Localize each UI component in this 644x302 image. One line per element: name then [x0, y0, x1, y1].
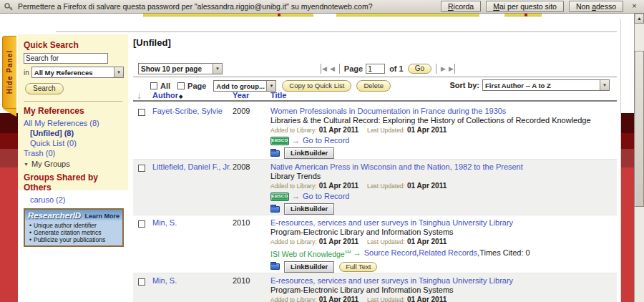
key-icon — [4, 2, 14, 11]
sidebar-item-caruso[interactable]: caruso (2) — [30, 195, 124, 204]
folder-icon[interactable] — [270, 263, 280, 270]
learn-more-link[interactable]: Learn More — [84, 213, 119, 220]
search-scope-select[interactable]: All My References ▼ — [31, 67, 124, 78]
related-records-link[interactable]: Related Records — [419, 248, 477, 258]
nav-tab-marker — [278, 14, 280, 16]
title-link[interactable]: Women Professionals in Documentation in … — [270, 107, 613, 115]
go-to-record-link[interactable]: Go to Record — [303, 136, 349, 145]
page-title: [Unfiled] — [133, 37, 171, 48]
go-to-record-link[interactable]: Go to Record — [303, 192, 349, 201]
sort-by-select[interactable]: First Author -- A to Z ▼ — [482, 79, 610, 91]
page-of-label: of 1 — [389, 64, 404, 73]
author-link[interactable]: Littlefield, Daniel F., Jr. — [152, 162, 233, 215]
last-page-icon[interactable]: ▶ — [449, 64, 455, 74]
reference-row: Min, S. 2010 E-resources, services and u… — [133, 273, 617, 302]
vertical-scrollbar[interactable]: ▲ — [634, 14, 644, 302]
folder-icon[interactable] — [270, 206, 280, 213]
column-header-title[interactable]: Title — [270, 91, 617, 99]
search-input[interactable] — [24, 53, 108, 64]
triangle-down-icon: ▼ — [24, 162, 29, 167]
times-cited-value: Times Cited: 0 — [479, 248, 530, 258]
researcherid-bullet: •Generate citation metrics — [29, 229, 120, 236]
sidebar-item-my-groups[interactable]: ▼ My Groups — [24, 160, 124, 168]
title-link[interactable]: Native American Press in Wisconsin and t… — [270, 162, 613, 171]
select-all-checkbox[interactable] — [150, 82, 157, 89]
page-label: Page — [344, 64, 363, 73]
close-icon[interactable]: × — [629, 1, 640, 12]
record-dates: Added to Library: 01 Apr 2011Last Update… — [270, 296, 613, 302]
never-for-site-button[interactable]: Mai per questo sito — [486, 1, 564, 12]
column-header-author[interactable]: Author◆ — [152, 91, 233, 99]
source-record-link[interactable]: Source Record — [364, 248, 416, 258]
first-page-icon[interactable]: ◀ — [321, 64, 327, 74]
nav-tab-fragment — [504, 14, 542, 16]
hide-panel-label: Hide Panel — [6, 50, 14, 94]
page-label: Page — [187, 82, 206, 90]
hide-panel-tab[interactable]: Hide Panel — [2, 36, 16, 109]
reference-row: Littlefield, Daniel F., Jr. 2008 Native … — [133, 160, 617, 215]
next-page-icon[interactable]: ▶ — [441, 64, 446, 74]
linkbuilder-button[interactable]: LinkBuilder — [284, 203, 334, 215]
isi-web-of-knowledge-label: ISI Web of KnowledgeSM — [270, 248, 351, 259]
table-header: ↓ Author◆ Year Title — [133, 90, 617, 102]
linkbuilder-button[interactable]: LinkBuilder — [284, 261, 334, 273]
researcherid-bullet: •Unique author identifier — [29, 222, 120, 229]
remember-password-button[interactable]: Ricorda — [441, 1, 481, 12]
row-checkbox[interactable] — [138, 165, 145, 172]
chevron-down-icon: ▼ — [213, 64, 222, 74]
arrow-right-icon: → — [353, 248, 361, 258]
content-border — [620, 19, 621, 302]
author-link[interactable]: Min, S. — [152, 218, 233, 273]
search-button[interactable]: Search — [25, 83, 64, 94]
page-number-input[interactable] — [366, 64, 385, 74]
reference-row: Min, S. 2010 E-resources, services and u… — [133, 215, 617, 273]
journal-name: Library Trends — [270, 172, 613, 180]
scrollbar-thumb[interactable] — [635, 51, 644, 207]
in-label: in — [24, 69, 29, 77]
sidebar-item-trash[interactable]: Trash (0) — [24, 149, 124, 157]
record-dates: Added to Library: 01 Apr 2011Last Update… — [270, 182, 613, 190]
header-divider — [56, 31, 617, 32]
sidebar-item-unfiled[interactable]: [Unfiled] (8) — [30, 129, 124, 137]
previous-page-icon[interactable]: ◀ — [330, 64, 335, 74]
title-link[interactable]: E-resources, services and user surveys i… — [270, 276, 613, 285]
year-value: 2009 — [233, 107, 270, 159]
title-link[interactable]: E-resources, services and user surveys i… — [270, 218, 613, 227]
go-button[interactable]: Go — [408, 64, 431, 74]
sidebar-item-quick-list[interactable]: Quick List (0) — [30, 139, 124, 147]
page-background-right — [621, 113, 634, 302]
all-label: All — [160, 82, 170, 90]
scroll-up-icon[interactable]: ▲ — [635, 14, 644, 24]
select-page-checkbox[interactable] — [177, 82, 185, 89]
year-value: 2008 — [233, 162, 270, 215]
show-per-page-select[interactable]: Show 10 per page ▼ — [138, 63, 223, 74]
author-link[interactable]: Min, S. — [152, 276, 233, 302]
nav-tab-marker — [525, 14, 527, 16]
folder-icon[interactable] — [270, 150, 280, 157]
journal-name: Libraries & the Cultural Record: Explori… — [270, 116, 613, 125]
sort-by-label: Sort by: — [449, 81, 479, 89]
arrow-right-icon: → — [292, 192, 300, 201]
year-value: 2010 — [233, 218, 270, 273]
sidebar-divider — [24, 101, 122, 102]
row-checkbox[interactable] — [138, 220, 145, 228]
ebsco-icon: EBSCO — [270, 193, 289, 201]
groups-shared-title: Groups Shared by Others — [24, 172, 124, 193]
row-checkbox[interactable] — [138, 109, 145, 116]
reference-row: Fayet-Scribe, Sylvie 2009 Women Professi… — [133, 104, 617, 160]
toolbar-divider — [133, 77, 617, 77]
pagination-divider — [339, 64, 340, 74]
researcherid-bullet: •Publicize your publications — [29, 236, 120, 243]
linkbuilder-button[interactable]: LinkBuilder — [284, 147, 334, 159]
researcherid-banner[interactable]: ResearcherID Learn More •Unique author i… — [24, 208, 124, 247]
row-checkbox[interactable] — [138, 278, 145, 286]
author-link[interactable]: Fayet-Scribe, Sylvie — [152, 107, 233, 159]
not-now-button[interactable]: Non adesso — [569, 1, 623, 12]
nav-tab-fragment — [336, 14, 479, 16]
column-header-year[interactable]: Year — [233, 91, 270, 99]
sidebar-item-all-my-references[interactable]: All My References (8) — [24, 119, 124, 127]
pagination-divider — [436, 64, 436, 74]
hide-panel-fold — [2, 109, 16, 117]
full-text-button[interactable]: Full Text — [339, 262, 377, 272]
record-dates: Added to Library: 01 Apr 2011Last Update… — [270, 126, 613, 135]
